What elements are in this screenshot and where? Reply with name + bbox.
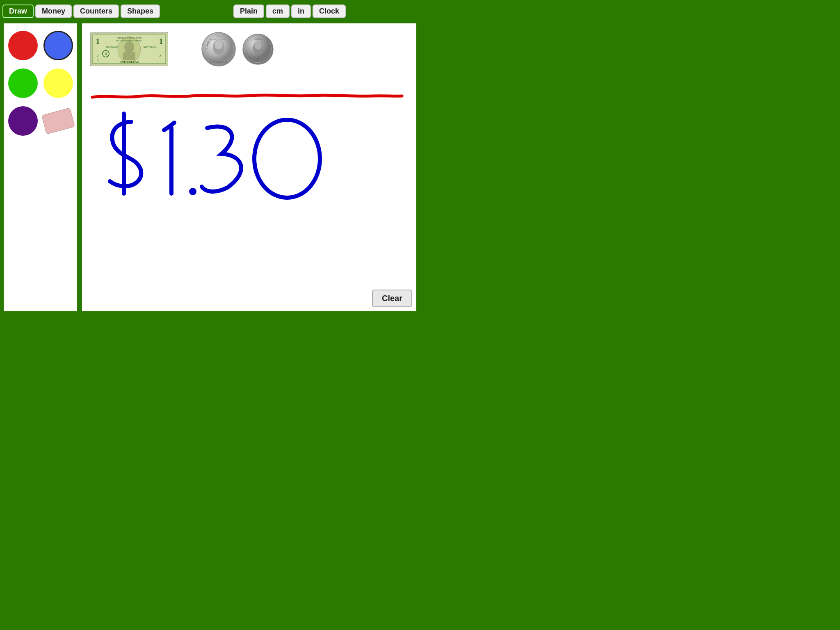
color-row-3 bbox=[8, 106, 73, 136]
svg-text:IN GOD WE TRUST: IN GOD WE TRUST bbox=[211, 38, 227, 40]
green-color-button[interactable] bbox=[8, 68, 38, 98]
svg-text:2: 2 bbox=[159, 54, 161, 58]
blue-color-button[interactable] bbox=[43, 31, 73, 60]
svg-text:2: 2 bbox=[97, 58, 99, 62]
svg-text:STATES OF: STATES OF bbox=[215, 35, 223, 37]
svg-text:LIBERTY: LIBERTY bbox=[254, 38, 262, 40]
color-row-2 bbox=[8, 68, 73, 98]
svg-text:1: 1 bbox=[96, 37, 100, 46]
nickel-svg: LIBERTY 2005 bbox=[242, 33, 274, 65]
color-sidebar bbox=[2, 22, 78, 313]
svg-text:FEDERAL RESERVE NOTE: FEDERAL RESERVE NOTE bbox=[117, 37, 142, 39]
money-items: 1 1 FEDERAL RESERVE NOTE THE UNITED STAT… bbox=[90, 32, 274, 67]
svg-point-21 bbox=[215, 40, 223, 49]
main-layout: 1 1 FEDERAL RESERVE NOTE THE UNITED STAT… bbox=[0, 22, 420, 315]
nav-plain-button[interactable]: Plain bbox=[233, 5, 264, 18]
clear-button[interactable]: Clear bbox=[372, 290, 412, 307]
svg-text:1: 1 bbox=[159, 37, 163, 46]
nav-counters-button[interactable]: Counters bbox=[73, 5, 119, 18]
drawing-canvas[interactable]: 1 1 FEDERAL RESERVE NOTE THE UNITED STAT… bbox=[81, 22, 418, 313]
quarter-svg: LIBERTY IN GOD WE TRUST QUARTER DOLLAR S… bbox=[201, 32, 236, 67]
nav-clock-button[interactable]: Clock bbox=[313, 5, 346, 18]
drawn-red-line bbox=[90, 92, 404, 97]
svg-text:ONE DOLLAR: ONE DOLLAR bbox=[120, 60, 139, 64]
svg-text:B10774942G: B10774942G bbox=[106, 46, 118, 48]
dollar-bill[interactable]: 1 1 FEDERAL RESERVE NOTE THE UNITED STAT… bbox=[90, 32, 168, 66]
quarter-heads[interactable]: LIBERTY IN GOD WE TRUST QUARTER DOLLAR S… bbox=[201, 32, 236, 67]
red-color-button[interactable] bbox=[8, 31, 38, 60]
svg-text:B10774942G: B10774942G bbox=[144, 46, 156, 48]
svg-point-35 bbox=[254, 120, 320, 198]
svg-text:2: 2 bbox=[97, 54, 99, 58]
nav-in-button[interactable]: in bbox=[291, 5, 311, 18]
nav-cm-button[interactable]: cm bbox=[266, 5, 290, 18]
svg-text:B: B bbox=[105, 52, 107, 56]
svg-point-34 bbox=[189, 188, 196, 195]
written-dollar-amount bbox=[94, 105, 390, 222]
yellow-color-button[interactable] bbox=[43, 68, 73, 98]
dollar-bill-svg: 1 1 FEDERAL RESERVE NOTE THE UNITED STAT… bbox=[90, 32, 168, 66]
coins-group: LIBERTY IN GOD WE TRUST QUARTER DOLLAR S… bbox=[201, 32, 274, 67]
nav-shapes-button[interactable]: Shapes bbox=[121, 5, 160, 18]
svg-point-29 bbox=[254, 41, 262, 50]
svg-text:QUARTER DOLLAR: QUARTER DOLLAR bbox=[210, 61, 227, 63]
purple-color-button[interactable] bbox=[8, 106, 38, 136]
svg-text:2005: 2005 bbox=[256, 58, 260, 60]
svg-rect-7 bbox=[123, 52, 135, 60]
nav-draw-button[interactable]: Draw bbox=[2, 5, 34, 18]
nickel-tails[interactable]: LIBERTY 2005 bbox=[242, 33, 274, 65]
eraser-tool[interactable] bbox=[41, 108, 75, 135]
svg-text:THE UNITED STATES OF AMERICA: THE UNITED STATES OF AMERICA bbox=[116, 40, 142, 42]
navbar: Draw Money Counters Shapes Plain cm in C… bbox=[0, 0, 420, 22]
nav-money-button[interactable]: Money bbox=[35, 5, 72, 18]
svg-point-6 bbox=[124, 41, 134, 53]
color-row-1 bbox=[8, 31, 73, 60]
